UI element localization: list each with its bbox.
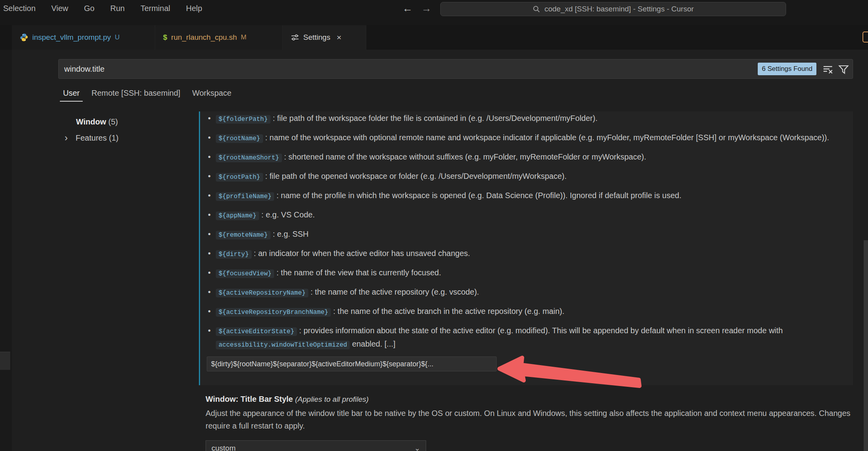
variable-item: ${folderPath} : file path of the workspa… (206, 112, 853, 126)
menu-selection[interactable]: Selection (1, 3, 38, 14)
setting-window-title-block: ${folderPath} : file path of the workspa… (199, 111, 853, 385)
scope-tab-workspace[interactable]: Workspace (192, 89, 232, 102)
setting-name: Window: Title Bar Style (206, 395, 293, 403)
window-title-value-input[interactable] (207, 356, 497, 371)
variable-item: ${activeRepositoryBranchName} : the name… (206, 305, 853, 319)
variable-list: ${folderPath} : file path of the workspa… (206, 112, 853, 357)
variable-code-chip: ${activeRepositoryName} (216, 289, 308, 297)
tab-label: inspect_vllm_prompt.py (32, 33, 111, 42)
left-margin-strip (0, 50, 12, 451)
variable-item: ${appName} : e.g. VS Code. (206, 209, 853, 222)
setting-scope-note: (Applies to all profiles) (295, 395, 369, 403)
menu-run[interactable]: Run (108, 3, 127, 14)
filter-funnel-icon[interactable] (838, 63, 849, 75)
variable-code-chip: ${activeRepositoryBranchName} (216, 308, 331, 317)
close-icon[interactable]: × (337, 33, 341, 42)
variable-code-chip: ${remoteName} (216, 231, 271, 239)
setting-title-bar-style-description: Adjust the appearance of the window titl… (206, 407, 851, 432)
variable-code-chip: ${dirty} (216, 250, 252, 259)
back-arrow-icon[interactable]: ← (401, 2, 414, 15)
settings-scope-tabs: User Remote [SSH: basemind] Workspace (63, 89, 232, 102)
window-title-text: code_xd [SSH: basemind] - Settings - Cur… (544, 5, 694, 13)
variable-code-chip: ${rootName} (216, 134, 263, 143)
inline-code-chip: accessibility.windowTitleOptimized (216, 341, 350, 349)
dropdown-value: custom (211, 444, 236, 451)
variable-code-chip: ${focusedView} (216, 269, 274, 278)
settings-sliders-icon (291, 33, 299, 42)
settings-search-input[interactable] (59, 59, 853, 78)
setting-title-bar-style-heading: Window: Title Bar Style (Applies to all … (206, 395, 369, 404)
tab-inspect-vllm-prompt[interactable]: inspect_vllm_prompt.py U (12, 25, 155, 50)
scope-tab-remote[interactable]: Remote [SSH: basemind] (91, 89, 180, 102)
variable-item: ${rootName} : name of the workspace with… (206, 132, 853, 145)
tab-label: run_rlaunch_cpu.sh (171, 33, 237, 42)
variable-code-chip: ${rootNameShort} (216, 154, 282, 162)
left-edge-notch (0, 352, 10, 370)
git-status-badge: U (115, 33, 120, 41)
variable-code-chip: ${activeEditorState} (216, 327, 297, 336)
tab-label: Settings (303, 33, 330, 42)
settings-search-box: 6 Settings Found (58, 59, 853, 79)
python-icon (20, 33, 28, 42)
variable-item: ${rootPath} : file path of the opened wo… (206, 170, 853, 184)
search-icon (532, 5, 540, 13)
variable-code-chip: ${profileName} (216, 192, 274, 201)
variable-code-chip: ${appName} (216, 212, 259, 220)
toc-item-window[interactable]: Window (5) (76, 117, 118, 126)
results-count-badge: 6 Settings Found (758, 63, 816, 75)
window-title-bar: Selection View Go Run Terminal Help ← → … (0, 0, 868, 25)
variable-item: ${focusedView} : the name of the view th… (206, 267, 853, 280)
git-status-badge: M (241, 33, 246, 41)
variable-item: ${activeRepositoryName} : the name of th… (206, 286, 853, 299)
variable-code-chip: ${folderPath} (216, 115, 271, 124)
variable-item: ${profileName} : name of the profile in … (206, 189, 853, 203)
variable-item: ${remoteName} : e.g. SSH (206, 228, 853, 241)
tab-settings[interactable]: Settings × (283, 25, 366, 50)
scope-tab-user[interactable]: User (63, 89, 80, 102)
menu-bar: Selection View Go Run Terminal Help (1, 3, 204, 14)
menu-view[interactable]: View (49, 3, 70, 14)
toc-count: (1) (109, 134, 119, 142)
forward-arrow-icon[interactable]: → (420, 2, 433, 15)
variable-item: ${rootNameShort} : shortened name of the… (206, 151, 853, 164)
variable-item: ${activeEditorState} : provides informat… (206, 325, 853, 351)
editor-tab-bar: inspect_vllm_prompt.py U $ run_rlaunch_c… (0, 25, 868, 50)
toc-label: Features (76, 134, 107, 142)
title-bar-style-dropdown[interactable]: custom ⌄ (206, 440, 426, 451)
shell-icon: $ (163, 33, 167, 42)
toc-label: Window (76, 117, 106, 126)
variable-item: ${dirty} : an indicator for when the act… (206, 247, 853, 261)
editor-action-icon[interactable] (862, 32, 868, 43)
tab-run-rlaunch-cpu[interactable]: $ run_rlaunch_cpu.sh M (155, 25, 283, 50)
chevron-right-icon[interactable]: › (65, 133, 68, 143)
clear-filters-icon[interactable] (822, 63, 834, 75)
window-title-search-pill[interactable]: code_xd [SSH: basemind] - Settings - Cur… (440, 2, 786, 16)
chevron-down-icon: ⌄ (414, 444, 420, 451)
vertical-scrollbar[interactable] (864, 240, 868, 451)
toc-count: (5) (108, 117, 118, 126)
menu-go[interactable]: Go (82, 3, 97, 14)
settings-editor: 6 Settings Found User Remote [SSH: basem… (0, 50, 868, 451)
variable-code-chip: ${rootPath} (216, 173, 263, 182)
toc-item-features[interactable]: Features (1) (76, 134, 119, 143)
menu-terminal[interactable]: Terminal (138, 3, 173, 14)
menu-help[interactable]: Help (184, 3, 204, 14)
